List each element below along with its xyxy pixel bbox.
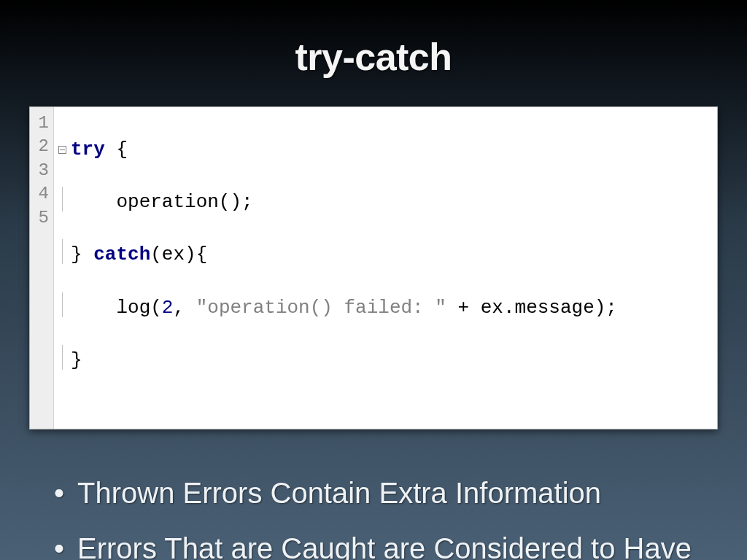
- code-text: ,: [173, 297, 196, 319]
- code-text: log(: [116, 297, 161, 319]
- kw-try: try: [71, 139, 105, 160]
- bullet-list: Thrown Errors Contain Extra Information …: [51, 473, 696, 560]
- fold-guide: [58, 241, 66, 260]
- code-text: + ex.message);: [446, 297, 617, 319]
- code-line: operation();: [58, 188, 710, 215]
- fold-guide: [58, 346, 66, 365]
- fold-guide: [58, 294, 66, 313]
- bullet-item: Thrown Errors Contain Extra Information: [51, 473, 696, 513]
- code-block: 1 2 3 4 5 try { operation(); } catch(ex)…: [29, 106, 718, 429]
- code-text: }: [71, 244, 93, 265]
- lineno: 2: [36, 135, 49, 158]
- code-text: operation();: [116, 191, 252, 213]
- code-text: (ex){: [150, 244, 207, 265]
- lineno: 3: [36, 159, 49, 182]
- code-text: [71, 297, 116, 319]
- lineno: 4: [36, 182, 49, 206]
- code-line: }: [58, 346, 710, 373]
- lineno: 1: [36, 112, 49, 135]
- fold-icon: [58, 146, 66, 154]
- code-text: }: [71, 349, 82, 371]
- code-text: {: [105, 139, 128, 160]
- code-number: 2: [162, 297, 174, 319]
- code-line: try {: [58, 137, 710, 163]
- code-content: try { operation(); } catch(ex){ log(2, "…: [54, 107, 717, 429]
- bullet-item: Errors That are Caught are Considered to…: [51, 529, 696, 560]
- code-line: } catch(ex){: [58, 241, 710, 268]
- code-gutter: 1 2 3 4 5: [30, 107, 54, 429]
- kw-catch: catch: [93, 244, 150, 265]
- code-line: log(2, "operation() failed: " + ex.messa…: [58, 294, 710, 321]
- slide-title: try-catch: [0, 35, 747, 79]
- lineno: 5: [36, 206, 49, 230]
- code-text: [71, 191, 116, 213]
- fold-guide: [58, 188, 66, 207]
- code-string: "operation() failed: ": [196, 297, 446, 319]
